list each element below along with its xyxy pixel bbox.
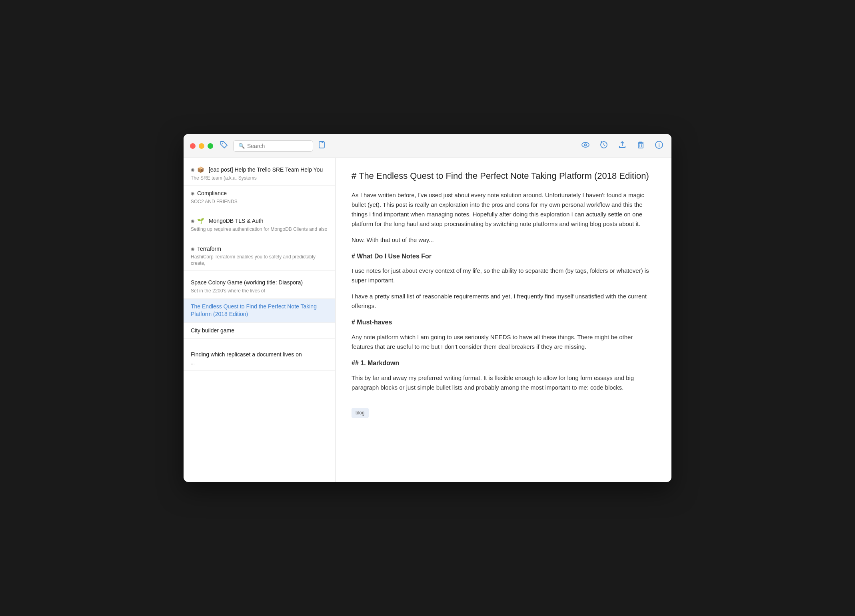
list-item[interactable]: Finding which replicaset a document live… <box>184 347 335 370</box>
pin-icon: ◉ <box>191 167 195 173</box>
svg-point-0 <box>222 143 223 144</box>
note-paragraph: I use notes for just about every context… <box>352 266 655 285</box>
note-paragraph: Now. With that out of the way... <box>352 235 655 245</box>
note-title-text: Finding which replicaset a document live… <box>191 351 328 359</box>
export-icon[interactable] <box>618 140 627 151</box>
note-subtitle: Set in the 2200's where the lives of <box>191 288 328 294</box>
note-title-text: ◉ 📦 [eac post] Help the Trello SRE Team … <box>191 166 328 174</box>
tags-icon[interactable] <box>220 140 228 151</box>
maximize-button[interactable] <box>208 143 213 149</box>
note-paragraph: As I have written before, I've used just… <box>352 190 655 229</box>
search-input[interactable] <box>247 143 303 149</box>
list-item[interactable]: ◉ Terraform HashiCorp Terraform enables … <box>184 241 335 271</box>
sidebar: ◉ 📦 [eac post] Help the Trello SRE Team … <box>184 158 336 482</box>
pin-icon: ◉ <box>191 246 195 252</box>
note-main-title: # The Endless Quest to Find the Perfect … <box>352 170 655 182</box>
note-title-text: The Endless Quest to Find the Perfect No… <box>191 303 328 318</box>
toolbar-left: 🔍 <box>220 140 327 152</box>
spacer <box>184 209 335 213</box>
list-item[interactable]: ◉ 🌱 MongoDB TLS & Auth Setting up requir… <box>184 213 335 237</box>
app-window: 🔍 <box>184 134 671 482</box>
note-heading-2: # Must-haves <box>352 317 655 328</box>
note-divider <box>352 399 655 399</box>
note-heading-1: # What Do I Use Notes For <box>352 251 655 262</box>
search-box[interactable]: 🔍 <box>233 140 313 152</box>
note-content-area[interactable]: # The Endless Quest to Find the Perfect … <box>336 158 671 482</box>
pin-icon: ◉ <box>191 190 195 196</box>
toolbar-right <box>581 140 663 151</box>
svg-point-12 <box>659 143 659 144</box>
list-item[interactable]: The Endless Quest to Find the Perfect No… <box>184 299 335 323</box>
note-title-text: ◉ Compliance <box>191 190 328 198</box>
list-item[interactable]: City builder game <box>184 323 335 339</box>
main-area: ◉ 📦 [eac post] Help the Trello SRE Team … <box>184 158 671 482</box>
svg-rect-7 <box>638 143 643 148</box>
note-body: # The Endless Quest to Find the Perfect … <box>352 170 655 418</box>
list-item[interactable]: Space Colony Game (working title: Diaspo… <box>184 275 335 298</box>
spacer <box>184 271 335 275</box>
note-title-text: ◉ Terraform <box>191 245 328 253</box>
close-button[interactable] <box>190 143 196 149</box>
history-icon[interactable] <box>599 140 608 151</box>
new-note-button[interactable] <box>318 140 327 151</box>
svg-rect-1 <box>319 142 324 148</box>
info-icon[interactable] <box>655 140 663 151</box>
trash-icon[interactable] <box>636 140 645 151</box>
traffic-lights <box>190 143 213 149</box>
titlebar: 🔍 <box>184 134 671 158</box>
note-subtitle: The SRE team (a.k.a. Systems <box>191 175 328 182</box>
note-title-text: ◉ 🌱 MongoDB TLS & Auth <box>191 217 328 225</box>
search-icon: 🔍 <box>238 143 245 149</box>
note-paragraph: Any note platform which I am going to us… <box>352 332 655 352</box>
list-item[interactable]: ◉ 📦 [eac post] Help the Trello SRE Team … <box>184 162 335 186</box>
svg-point-4 <box>582 142 589 147</box>
svg-point-5 <box>585 144 587 146</box>
note-paragraph: I have a pretty small list of reasonable… <box>352 292 655 311</box>
note-subtitle: Setting up requires authentication for M… <box>191 226 328 233</box>
note-title-text: City builder game <box>191 327 328 335</box>
spacer <box>184 237 335 241</box>
note-subtitle: HashiCorp Terraform enables you to safel… <box>191 254 328 266</box>
pin-icon: ◉ <box>191 218 195 224</box>
note-title-text: Space Colony Game (working title: Diaspo… <box>191 279 328 287</box>
note-heading-3: ## 1. Markdown <box>352 358 655 368</box>
minimize-button[interactable] <box>199 143 204 149</box>
spacer <box>184 339 335 347</box>
note-subtitle: ... <box>191 360 328 366</box>
preview-icon[interactable] <box>581 140 590 151</box>
list-item[interactable]: ◉ Compliance SOC2 AND FRIENDS <box>184 186 335 209</box>
note-paragraph: This by far and away my preferred writin… <box>352 373 655 392</box>
note-subtitle: SOC2 AND FRIENDS <box>191 199 328 205</box>
tag-badge[interactable]: blog <box>352 408 369 418</box>
